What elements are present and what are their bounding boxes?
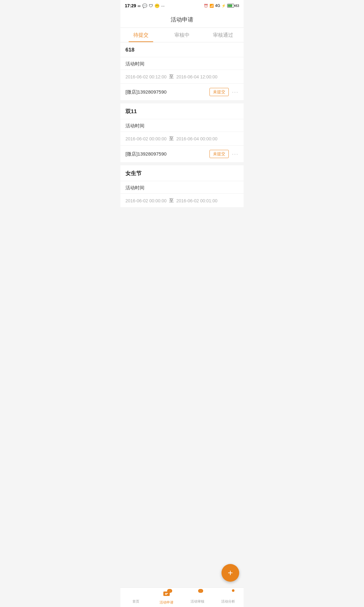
status-time: 17:29 — [125, 3, 136, 8]
activity-name-double11: 双11 — [120, 103, 244, 119]
status-left: 17:29 ∞ 💬 🛡 😶 ··· — [125, 3, 165, 8]
battery-icon — [227, 4, 234, 8]
activity-card-womensday: 女生节 活动时间 2016-06-02 00:00:00 至 2016-06-0… — [120, 165, 244, 208]
activity-card-618: 618 活动时间 2016-06-02 00:12:00 至 2016-06-0… — [120, 42, 244, 100]
status-icon-msg: 💬 — [142, 3, 147, 8]
activity-time-label-618: 活动时间 — [120, 57, 244, 70]
time-sep-womensday: 至 — [169, 198, 174, 204]
wifi-icon: 📶 — [209, 4, 214, 8]
status-right: ⏰ 📶 4G ⚡ 83 — [204, 3, 239, 8]
store-name-618: [微店]13928097590 — [125, 89, 167, 95]
status-icon-shield: 🛡 — [149, 3, 153, 8]
activity-name-womensday: 女生节 — [120, 165, 244, 181]
end-time-womensday: 2016-06-02 00:01:00 — [176, 198, 217, 203]
battery-level: 83 — [235, 4, 239, 8]
activity-time-range-womensday: 2016-06-02 00:00:00 至 2016-06-02 00:01:0… — [120, 194, 244, 208]
more-dots-double11[interactable]: ··· — [232, 151, 239, 157]
store-actions-double11: 未提交 ··· — [209, 150, 239, 158]
tab-approved[interactable]: 审核通过 — [203, 28, 244, 42]
activity-time-label-womensday: 活动时间 — [120, 181, 244, 194]
activity-card-double11: 双11 活动时间 2016-06-02 00:00:00 至 2016-06-0… — [120, 103, 244, 162]
start-time-double11: 2016-06-02 00:00:00 — [125, 136, 167, 141]
start-time-618: 2016-06-02 00:12:00 — [125, 74, 167, 79]
status-badge-double11: 未提交 — [209, 150, 229, 158]
tab-pending[interactable]: 待提交 — [120, 28, 161, 42]
store-name-double11: [微店]13928097590 — [125, 151, 167, 157]
lightning-icon: ⚡ — [221, 4, 226, 8]
start-time-womensday: 2016-06-02 00:00:00 — [125, 198, 167, 203]
activity-time-range-double11: 2016-06-02 00:00:00 至 2016-06-04 00:00:0… — [120, 132, 244, 146]
signal-icon: 4G — [215, 3, 220, 8]
end-time-double11: 2016-06-04 00:00:00 — [176, 136, 217, 141]
more-dots-618[interactable]: ··· — [232, 89, 239, 95]
store-actions-618: 未提交 ··· — [209, 88, 239, 96]
status-icon-dots: ··· — [161, 3, 165, 8]
activity-name-618: 618 — [120, 42, 244, 57]
activity-store-row-double11: [微店]13928097590 未提交 ··· — [120, 146, 244, 162]
page-header: 活动申请 — [120, 11, 244, 28]
activity-time-range-618: 2016-06-02 00:12:00 至 2016-06-04 12:00:0… — [120, 70, 244, 84]
activity-store-row-618: [微店]13928097590 未提交 ··· — [120, 84, 244, 100]
time-sep-618: 至 — [169, 74, 174, 80]
activity-time-label-double11: 活动时间 — [120, 119, 244, 132]
alarm-icon: ⏰ — [204, 4, 208, 8]
content-area: 618 活动时间 2016-06-02 00:12:00 至 2016-06-0… — [120, 42, 244, 233]
page-title: 活动申请 — [171, 16, 193, 23]
status-icon-infinity: ∞ — [138, 3, 141, 8]
time-sep-double11: 至 — [169, 136, 174, 142]
tab-reviewing[interactable]: 审核中 — [161, 28, 203, 42]
tab-bar: 待提交 审核中 审核通过 — [120, 28, 244, 42]
status-badge-618: 未提交 — [209, 88, 229, 96]
status-icon-face: 😶 — [155, 3, 160, 8]
status-bar: 17:29 ∞ 💬 🛡 😶 ··· ⏰ 📶 4G ⚡ 83 — [120, 0, 244, 11]
end-time-618: 2016-06-04 12:00:00 — [176, 74, 217, 79]
